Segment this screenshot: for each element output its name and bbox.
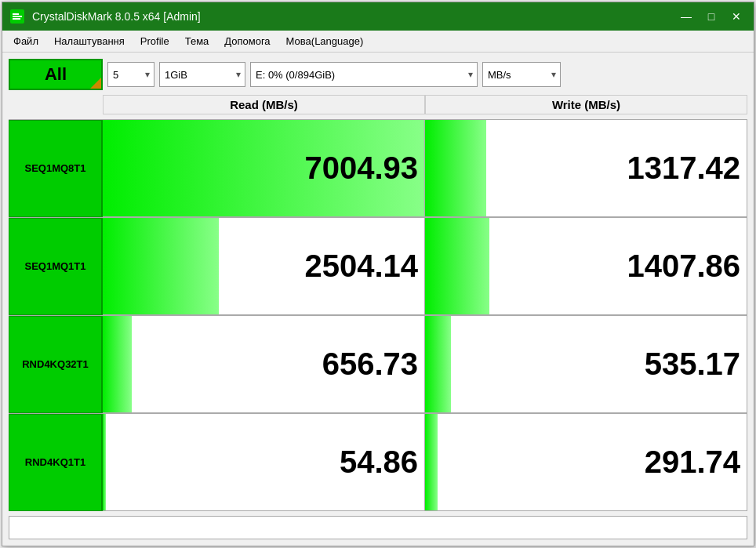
read-bar-seq1m-q1t1 [103,218,219,314]
write-cell-seq1m-q8t1: 1317.42 [425,120,747,217]
write-bar-rnd4k-q1t1 [425,414,438,510]
write-cell-rnd4k-q1t1: 291.74 [425,414,747,511]
minimize-button[interactable]: — [675,8,697,25]
window-title: CrystalDiskMark 8.0.5 x64 [Admin] [32,10,675,23]
read-value-rnd4k-q32t1: 656.73 [322,347,418,382]
write-bar-seq1m-q8t1 [425,120,486,216]
svg-rect-1 [13,16,22,17]
all-button[interactable]: All [9,59,103,90]
menu-settings[interactable]: Налаштування [46,31,133,52]
count-select[interactable]: 5 1 3 9 [107,62,154,87]
row-label-seq1m-q8t1: SEQ1M Q8T1 [9,120,103,217]
write-bar-rnd4k-q32t1 [425,316,451,412]
write-value-seq1m-q8t1: 1317.42 [627,151,740,186]
read-bar-rnd4k-q1t1 [103,414,106,510]
read-bar-rnd4k-q32t1 [103,316,132,412]
count-select-wrapper: 5 1 3 9 [107,62,154,87]
size-select[interactable]: 1GiB 512MiB 2GiB 4GiB 8GiB [159,62,245,87]
drive-select[interactable]: E: 0% (0/894GiB) [250,62,478,87]
table-row: SEQ1M Q1T1 2504.14 1407.86 [9,217,747,315]
menu-language[interactable]: Мова(Language) [278,31,372,52]
main-content: All 5 1 3 9 1GiB 512MiB 2GiB 4GiB 8GiB [2,53,754,546]
write-bar-seq1m-q1t1 [425,218,489,314]
app-icon [9,8,26,25]
window-controls: — □ ✕ [675,8,747,25]
main-window: CrystalDiskMark 8.0.5 x64 [Admin] — □ ✕ … [2,2,754,546]
write-header: Write (MB/s) [425,95,747,114]
row-label-seq1m-q1t1: SEQ1M Q1T1 [9,218,103,315]
row-label-rnd4k-q32t1: RND4K Q32T1 [9,316,103,413]
table-row: RND4K Q32T1 656.73 535.17 [9,315,747,413]
write-cell-seq1m-q1t1: 1407.86 [425,218,747,315]
size-select-wrapper: 1GiB 512MiB 2GiB 4GiB 8GiB [159,62,245,87]
menu-help[interactable]: Допомога [216,31,278,52]
read-value-seq1m-q8t1: 7004.93 [304,151,418,186]
bottom-area [9,516,747,539]
maximize-button[interactable]: □ [700,8,722,25]
read-cell-rnd4k-q1t1: 54.86 [103,414,425,511]
read-cell-seq1m-q1t1: 2504.14 [103,218,425,315]
write-value-seq1m-q1t1: 1407.86 [627,249,740,284]
data-rows: SEQ1M Q8T1 7004.93 1317.42 SEQ1M Q1T1 [9,119,747,511]
unit-select[interactable]: MB/s GB/s IOPS μs [482,62,561,87]
title-bar: CrystalDiskMark 8.0.5 x64 [Admin] — □ ✕ [2,2,754,31]
menu-profile[interactable]: Profile [133,31,177,52]
read-value-rnd4k-q1t1: 54.86 [340,445,418,480]
svg-rect-2 [13,13,19,15]
menu-file[interactable]: Файл [5,31,46,52]
read-cell-rnd4k-q32t1: 656.73 [103,316,425,413]
row-label-rnd4k-q1t1: RND4K Q1T1 [9,414,103,511]
controls-row: All 5 1 3 9 1GiB 512MiB 2GiB 4GiB 8GiB [9,59,747,90]
table-row: RND4K Q1T1 54.86 291.74 [9,413,747,511]
close-button[interactable]: ✕ [725,8,747,25]
svg-rect-3 [13,18,20,20]
table-row: SEQ1M Q8T1 7004.93 1317.42 [9,119,747,217]
write-value-rnd4k-q32t1: 535.17 [645,347,740,382]
unit-select-wrapper: MB/s GB/s IOPS μs [482,62,561,87]
table-header: Read (MB/s) Write (MB/s) [103,95,747,114]
write-cell-rnd4k-q32t1: 535.17 [425,316,747,413]
drive-select-wrapper: E: 0% (0/894GiB) [250,62,478,87]
menu-theme[interactable]: Тема [177,31,217,52]
read-cell-seq1m-q8t1: 7004.93 [103,120,425,217]
read-value-seq1m-q1t1: 2504.14 [304,249,418,284]
read-header: Read (MB/s) [103,95,425,114]
menu-bar: Файл Налаштування Profile Тема Допомога … [2,31,754,53]
write-value-rnd4k-q1t1: 291.74 [645,445,740,480]
